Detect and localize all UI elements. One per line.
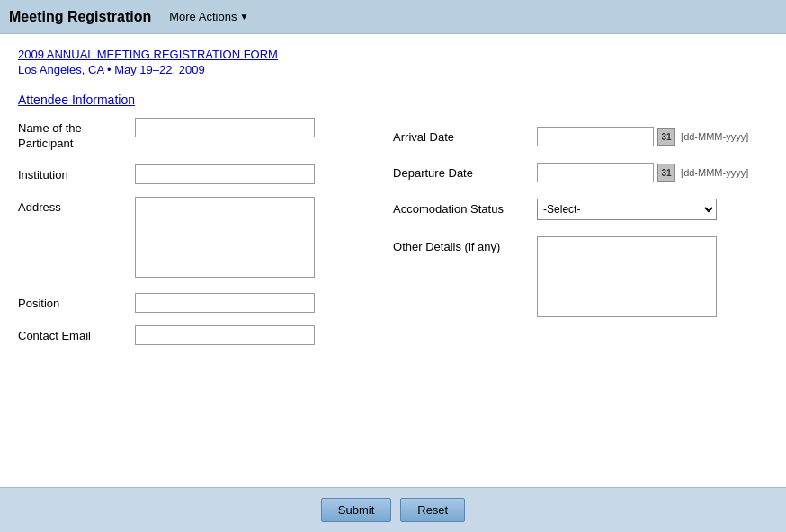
reset-button[interactable]: Reset bbox=[400, 498, 465, 522]
more-actions-arrow-icon: ▼ bbox=[239, 12, 248, 22]
institution-field bbox=[135, 164, 375, 184]
arrival-date-input[interactable] bbox=[537, 127, 654, 146]
accommodation-row: Accomodation Status -Select- Hotel A Hot… bbox=[393, 199, 768, 220]
accommodation-select[interactable]: -Select- Hotel A Hotel B No Accommodatio… bbox=[537, 199, 717, 220]
form-right-column: Arrival Date 31 [dd-MMM-yyyy] Departure … bbox=[393, 118, 768, 358]
departure-date-format-hint: [dd-MMM-yyyy] bbox=[681, 167, 748, 178]
name-row: Name of the Participant bbox=[18, 118, 375, 152]
position-field bbox=[135, 293, 375, 313]
meeting-title-link[interactable]: 2009 ANNUAL MEETING REGISTRATION FORM bbox=[18, 48, 768, 61]
attendee-info-heading: Attendee Information bbox=[18, 93, 768, 107]
other-details-textarea[interactable] bbox=[537, 236, 717, 317]
position-row: Position bbox=[18, 293, 375, 313]
main-content: 2009 ANNUAL MEETING REGISTRATION FORM Lo… bbox=[0, 34, 786, 487]
institution-input[interactable] bbox=[135, 164, 315, 184]
name-label: Name of the Participant bbox=[18, 118, 135, 152]
contact-email-field bbox=[135, 325, 375, 345]
submit-button[interactable]: Submit bbox=[321, 498, 391, 522]
more-actions-label: More Actions bbox=[169, 10, 237, 23]
institution-row: Institution bbox=[18, 164, 375, 184]
arrival-date-label: Arrival Date bbox=[393, 127, 537, 144]
position-label: Position bbox=[18, 293, 135, 312]
address-row: Address bbox=[18, 197, 375, 280]
departure-date-wrapper: 31 [dd-MMM-yyyy] bbox=[537, 163, 748, 182]
accommodation-label: Accomodation Status bbox=[393, 199, 537, 216]
address-field bbox=[135, 197, 375, 280]
arrival-date-row: Arrival Date 31 [dd-MMM-yyyy] bbox=[393, 127, 768, 146]
arrival-date-calendar-icon[interactable]: 31 bbox=[657, 128, 675, 146]
arrival-date-format-hint: [dd-MMM-yyyy] bbox=[681, 131, 748, 142]
contact-email-input[interactable] bbox=[135, 325, 315, 345]
position-input[interactable] bbox=[135, 293, 315, 313]
page-title: Meeting Registration bbox=[9, 9, 151, 25]
contact-email-row: Contact Email bbox=[18, 325, 375, 345]
departure-date-input[interactable] bbox=[537, 163, 654, 182]
departure-date-calendar-icon[interactable]: 31 bbox=[657, 164, 675, 182]
other-details-row: Other Details (if any) bbox=[393, 236, 768, 317]
page-header: Meeting Registration More Actions ▼ bbox=[0, 0, 786, 34]
name-field bbox=[135, 118, 375, 137]
contact-email-label: Contact Email bbox=[18, 325, 135, 344]
page-footer: Submit Reset bbox=[0, 487, 786, 532]
departure-date-row: Departure Date 31 [dd-MMM-yyyy] bbox=[393, 163, 768, 182]
departure-date-label: Departure Date bbox=[393, 163, 537, 180]
institution-label: Institution bbox=[18, 164, 135, 183]
address-textarea[interactable] bbox=[135, 197, 315, 278]
meeting-info: 2009 ANNUAL MEETING REGISTRATION FORM Lo… bbox=[18, 48, 768, 76]
arrival-date-wrapper: 31 [dd-MMM-yyyy] bbox=[537, 127, 748, 146]
form-left-column: Name of the Participant Institution Addr… bbox=[18, 118, 393, 358]
more-actions-button[interactable]: More Actions ▼ bbox=[169, 10, 248, 23]
meeting-subtitle-link[interactable]: Los Angeles, CA • May 19–22, 2009 bbox=[18, 63, 768, 76]
address-label: Address bbox=[18, 197, 135, 216]
other-details-label: Other Details (if any) bbox=[393, 236, 537, 253]
name-input[interactable] bbox=[135, 118, 315, 137]
form-container: Name of the Participant Institution Addr… bbox=[18, 118, 768, 358]
